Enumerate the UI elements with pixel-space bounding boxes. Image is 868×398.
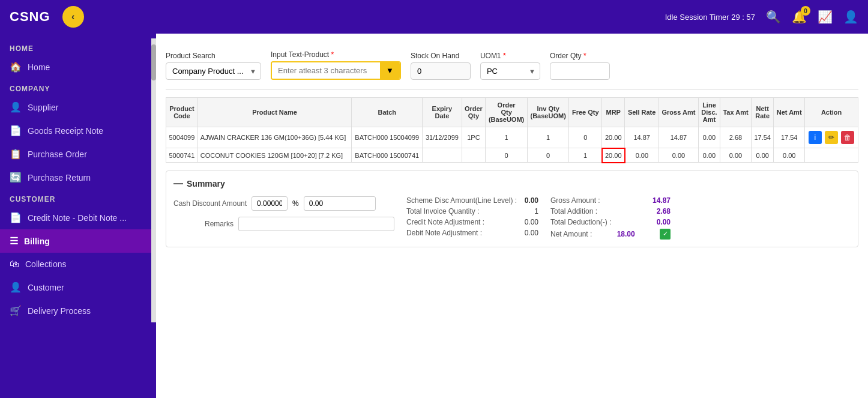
customer-icon: 👤 [10,282,22,293]
credit-note-adj-value: 0.00 [525,218,538,226]
product-search-group: Product Search Company Product ... ▼ [166,52,261,80]
cell-batch-2: BATCH000 15000741 [352,148,423,163]
cell-nett-rate-1: 17.54 [752,127,774,148]
sidebar-item-collections[interactable]: 🛍 Collections [0,253,151,276]
info-button-1[interactable]: i [809,131,822,144]
cell-net-amt-1: 17.54 [774,127,805,148]
cell-free-qty-2: 1 [569,148,602,163]
cell-product-code-1: 5004099 [166,127,198,148]
cell-nett-rate-2: 0.00 [752,148,774,163]
cell-inv-qty-1: 1 [527,127,569,148]
delivery-icon: 🛒 [10,305,22,316]
product-input-dropdown-btn[interactable]: ▼ [380,62,400,79]
input-text-product-group: Input Text-Product * ▼ [271,50,401,80]
remarks-input[interactable] [238,217,394,231]
cell-tax-amt-2: 0.00 [720,148,751,163]
products-table: ProductCode Product Name Batch ExpiryDat… [166,97,858,163]
sidebar-item-cd-label: Credit Note - Debit Note ... [28,213,127,223]
total-inv-qty-row: Total Invoice Quantity : 1 [406,207,538,216]
total-addition-value: 2.68 [657,207,671,216]
table-row: 5000741 COCONUT COOKIES 120GM [100+20] [… [166,148,858,163]
uom-select-wrapper: PC ▼ [480,62,540,80]
product-search-row: Product Search Company Product ... ▼ Inp… [166,43,858,90]
product-search-label: Product Search [166,52,261,60]
order-qty-input[interactable] [550,62,610,80]
stock-on-hand-label: Stock On Hand [411,52,471,60]
col-mrp: MRP [602,98,625,127]
sidebar-item-pr-label: Purchase Return [28,173,91,182]
sidebar-item-billing[interactable]: ☰ Billing [0,229,151,253]
uom-select[interactable]: PC [480,62,540,80]
home-icon: 🏠 [10,61,22,73]
sidebar-item-delivery-process[interactable]: 🛒 Delivery Process [0,299,151,322]
scheme-disc-row: Scheme Disc Amount(Line Level) : 0.00 [406,196,538,205]
sidebar-item-purchase-return[interactable]: 🔄 Purchase Return [0,166,151,189]
sidebar-item-grn[interactable]: 📄 Goods Receipt Note [0,119,151,142]
sidebar-item-home[interactable]: 🏠 Home [0,55,151,79]
cash-discount-label: Cash Discount Amount [173,199,247,208]
stock-on-hand-input [411,62,471,80]
cell-mrp-2[interactable]: 20.00 [602,148,625,163]
sidebar-item-customer[interactable]: 👤 Customer [0,276,151,299]
debit-note-adj-label: Debit Note Adjustment : [406,229,482,237]
summary-section: — Summary Cash Discount Amount % Remarks [166,170,858,247]
user-icon[interactable]: 👤 [843,10,858,24]
collections-icon: 🛍 [10,259,19,270]
sidebar-item-po-label: Purchase Order [28,149,87,159]
table-row: 5004099 AJWAIN CRACKER 136 GM(100+36G) [… [166,127,858,148]
cash-discount-percent[interactable] [252,196,288,211]
cell-order-qty-1: 1PC [462,127,486,148]
col-action: Action [805,98,858,127]
cell-order-qty-base-1: 1 [486,127,528,148]
net-amount-check-icon: ✓ [660,229,671,240]
cash-discount-value[interactable] [304,196,376,211]
notification-icon[interactable]: 🔔 0 [792,10,807,24]
credit-debit-icon: 📄 [10,212,22,223]
chart-icon[interactable]: 📈 [818,10,833,24]
product-search-input[interactable] [272,62,380,79]
cell-sell-rate-2: 0.00 [625,148,659,163]
gross-amount-row: Gross Amount : 14.87 [550,196,671,205]
col-sell-rate: Sell Rate [625,98,659,127]
col-order-qty-base: OrderQty(BaseUOM) [486,98,528,127]
main-content: Product Search Company Product ... ▼ Inp… [156,34,868,398]
sidebar-item-credit-debit[interactable]: 📄 Credit Note - Debit Note ... [0,206,151,229]
search-icon[interactable]: 🔍 [766,10,781,24]
summary-middle: Scheme Disc Amount(Line Level) : 0.00 To… [406,196,538,240]
idle-timer: Idle Session Timer 29 : 57 [665,13,755,22]
back-button[interactable]: ‹ [62,6,84,28]
edit-button-1[interactable]: ✏ [825,131,838,144]
gross-amount-value: 14.87 [653,196,671,205]
col-order-qty: OrderQty [462,98,486,127]
uom-group: UOM1 * PC ▼ [480,52,540,80]
sidebar-item-collections-label: Collections [25,259,66,269]
debit-note-adj-value: 0.00 [525,229,538,237]
debit-note-adj-row: Debit Note Adjustment : 0.00 [406,229,538,237]
summary-title: — Summary [173,178,851,189]
cell-product-name-2: COCONUT COOKIES 120GM [100+20] [7.2 KG] [197,148,351,163]
col-net-amt: Net Amt [774,98,805,127]
total-inv-qty-value: 1 [534,207,538,216]
scheme-disc-value: 0.00 [525,196,538,205]
cell-action-2 [805,148,858,163]
col-product-code: ProductCode [166,98,198,127]
cell-gross-amt-2: 0.00 [659,148,698,163]
sidebar-item-home-label: Home [28,62,50,72]
total-addition-label: Total Addition : [550,207,597,216]
sidebar-item-dp-label: Delivery Process [28,306,91,316]
order-qty-label: Order Qty * [550,52,610,60]
purchase-order-icon: 📋 [10,148,22,160]
col-product-name: Product Name [197,98,351,127]
percent-sign: % [292,199,299,208]
sidebar-item-purchase-order[interactable]: 📋 Purchase Order [0,142,151,166]
stock-on-hand-group: Stock On Hand [411,52,471,80]
cell-product-name-1: AJWAIN CRACKER 136 GM(100+36G) [5.44 KG] [197,127,351,148]
sidebar-scrollbar[interactable] [151,38,156,322]
col-expiry-date: ExpiryDate [423,98,462,127]
cell-expiry-2 [423,148,462,163]
delete-button-1[interactable]: 🗑 [841,131,854,144]
product-search-select[interactable]: Company Product ... [166,62,261,80]
app-header: CSNG ‹ Idle Session Timer 29 : 57 🔍 🔔 0 … [0,0,868,34]
sidebar-item-supplier[interactable]: 👤 Supplier [0,95,151,119]
cash-discount-row: Cash Discount Amount % [173,196,394,211]
